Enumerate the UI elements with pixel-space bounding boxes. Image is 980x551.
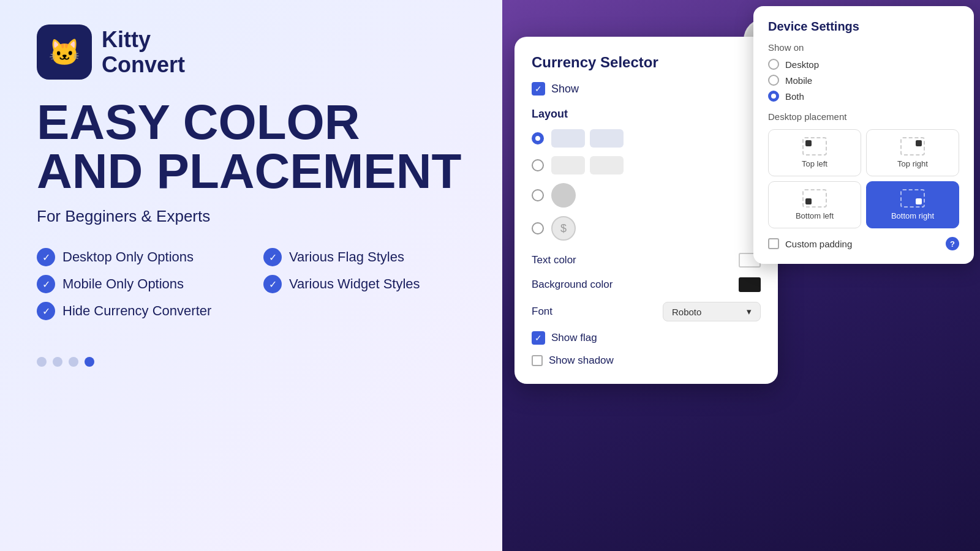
left-panel: 🐱 Kitty Convert EASY COLOR AND PLACEMENT…: [0, 0, 502, 551]
layout-radio-2[interactable]: [532, 159, 544, 171]
bg-color-swatch[interactable]: [739, 277, 761, 292]
show-on-label: Show on: [768, 42, 959, 53]
show-shadow-row: Show shadow: [532, 354, 761, 367]
placement-label-tl: Top left: [802, 159, 827, 168]
placement-icon-br: [900, 189, 925, 208]
placement-icon-bl: [802, 189, 827, 208]
layout-btn-2a: [551, 156, 585, 174]
layout-preview-2: [551, 156, 624, 174]
app-title: Kitty Convert: [102, 27, 185, 78]
color-section: Text color Background color Font Roboto …: [532, 253, 761, 367]
placement-bottom-right[interactable]: Bottom right: [866, 181, 959, 228]
device-settings-title: Device Settings: [768, 20, 959, 34]
layout-btn-2b: [590, 156, 624, 174]
dots-navigation: [37, 357, 466, 367]
check-icon: ✓: [37, 248, 55, 266]
font-label: Font: [532, 305, 552, 318]
features-grid: ✓ Desktop Only Options ✓ Various Flag St…: [37, 248, 466, 320]
radio-both[interactable]: [768, 91, 779, 102]
app-logo-icon: 🐱: [37, 24, 92, 80]
help-icon[interactable]: ?: [946, 237, 959, 250]
placement-bottom-left[interactable]: Bottom left: [768, 181, 861, 228]
check-icon: ✓: [263, 275, 282, 293]
desktop-placement-label: Desktop placement: [768, 111, 959, 122]
feature-item: ✓ Various Widget Styles: [263, 275, 466, 293]
custom-padding-label: Custom padding: [785, 239, 940, 249]
radio-item-desktop[interactable]: Desktop: [768, 59, 959, 70]
placement-label-bl: Bottom left: [796, 211, 834, 220]
device-settings-panel: Device Settings Show on Desktop Mobile B…: [753, 6, 974, 264]
placement-label-tr: Top right: [897, 159, 928, 168]
font-dropdown[interactable]: Roboto ▾: [663, 302, 761, 321]
layout-preview-1: [551, 129, 624, 148]
radio-item-both[interactable]: Both: [768, 91, 959, 102]
show-flag-label: Show flag: [551, 332, 597, 344]
layout-option-1[interactable]: [532, 129, 761, 148]
show-flag-checkbox[interactable]: ✓: [532, 331, 545, 345]
show-row: ✓ Show: [532, 82, 761, 96]
placement-top-left[interactable]: Top left: [768, 129, 861, 176]
placement-dot-tr: [916, 140, 922, 146]
placement-top-right[interactable]: Top right: [866, 129, 959, 176]
layout-options: $: [532, 129, 761, 241]
layout-btn-1b: [590, 129, 624, 148]
radio-item-mobile[interactable]: Mobile: [768, 75, 959, 86]
layout-radio-4[interactable]: [532, 222, 544, 234]
feature-item: ✓ Various Flag Styles: [263, 248, 466, 266]
custom-padding-checkbox[interactable]: [768, 238, 779, 249]
bg-color-label: Background color: [532, 279, 612, 291]
layout-label: Layout: [532, 108, 761, 121]
layout-circle-gray: [551, 183, 576, 208]
nav-dot-4-active[interactable]: [85, 357, 94, 367]
font-row: Font Roboto ▾: [532, 302, 761, 321]
logo-area: 🐱 Kitty Convert: [37, 24, 466, 80]
layout-radio-3[interactable]: [532, 189, 544, 201]
show-label: Show: [551, 83, 579, 96]
custom-padding-row: Custom padding ?: [768, 237, 959, 250]
feature-item: ✓ Mobile Only Options: [37, 275, 239, 293]
placement-dot-bl: [805, 198, 812, 204]
radio-mobile[interactable]: [768, 75, 779, 86]
nav-dot-1[interactable]: [37, 357, 47, 367]
placement-icon-tr: [900, 137, 925, 156]
feature-item: ✓ Desktop Only Options: [37, 248, 239, 266]
text-color-row: Text color: [532, 253, 761, 268]
layout-option-2[interactable]: [532, 156, 761, 174]
radio-desktop[interactable]: [768, 59, 779, 70]
show-shadow-label: Show shadow: [549, 354, 614, 367]
right-panel: 🇺🇸 🇺🇸 USD ≡ USD ≡ $ Currency Selector ✓ …: [502, 0, 980, 551]
chevron-down-icon: ▾: [747, 306, 752, 317]
feature-item: ✓ Hide Currency Converter: [37, 302, 239, 320]
show-on-radio-group: Desktop Mobile Both: [768, 59, 959, 102]
show-checkbox[interactable]: ✓: [532, 82, 545, 96]
layout-option-4[interactable]: $: [532, 216, 761, 241]
currency-selector-panel: Currency Selector ✓ Show Layout: [514, 37, 778, 384]
nav-dot-2[interactable]: [53, 357, 62, 367]
placement-icon-tl: [802, 137, 827, 156]
layout-radio-1[interactable]: [532, 132, 544, 144]
layout-btn-1a: [551, 129, 585, 148]
placement-label-br: Bottom right: [891, 211, 934, 220]
placement-dot-tl: [805, 140, 812, 146]
hero-subheadline: For Begginers & Experts: [37, 207, 466, 226]
layout-circle-outline: $: [551, 216, 576, 241]
show-shadow-checkbox[interactable]: [532, 355, 543, 366]
layout-option-3[interactable]: [532, 183, 761, 208]
placement-grid: Top left Top right Bottom left: [768, 129, 959, 228]
hero-headline: EASY COLOR AND PLACEMENT: [37, 98, 466, 196]
show-flag-row: ✓ Show flag: [532, 331, 761, 345]
nav-dot-3[interactable]: [69, 357, 78, 367]
bg-color-row: Background color: [532, 277, 761, 292]
currency-panel-title: Currency Selector: [532, 54, 761, 71]
placement-dot-br: [916, 198, 922, 204]
check-icon: ✓: [263, 248, 282, 266]
text-color-label: Text color: [532, 254, 576, 266]
check-icon: ✓: [37, 302, 55, 320]
check-icon: ✓: [37, 275, 55, 293]
